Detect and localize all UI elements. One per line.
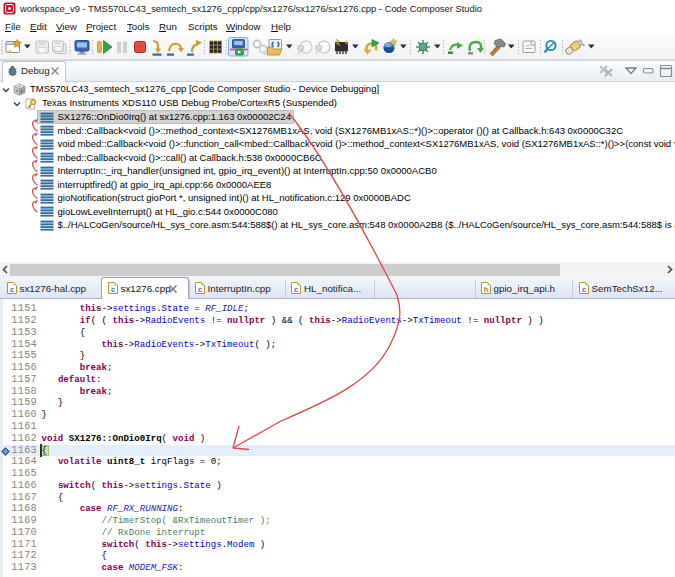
svg-text:c: c <box>197 285 201 294</box>
svg-text:c: c <box>294 285 298 294</box>
svg-text:c: c <box>581 285 585 294</box>
svg-text:c: c <box>110 285 114 294</box>
svg-text:c: c <box>9 285 13 294</box>
svg-text:h: h <box>484 285 489 294</box>
